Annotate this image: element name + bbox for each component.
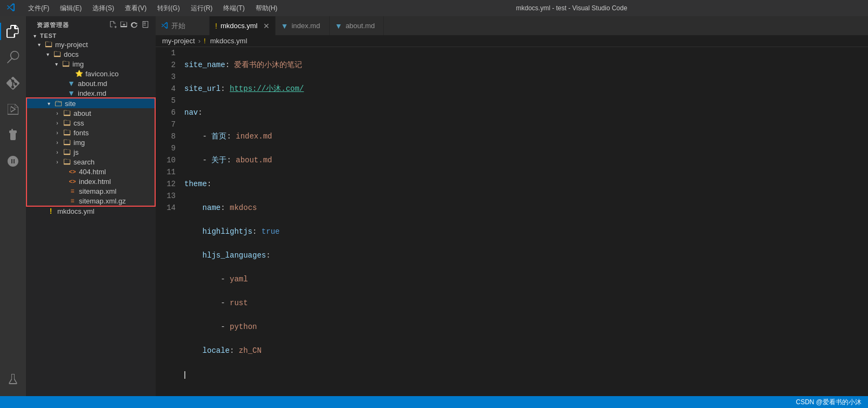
chevron-down-icon: ▾ — [52, 61, 61, 67]
md-icon: ▼ — [67, 79, 76, 88]
folder-label: about — [74, 109, 91, 117]
folder-icon — [63, 109, 71, 117]
vscode-logo-icon — [6, 3, 15, 14]
tab-start[interactable]: 开始 — [156, 16, 210, 35]
folder-icon — [62, 60, 70, 68]
folder-icon — [63, 157, 71, 166]
md-icon: ▼ — [67, 89, 76, 97]
tree-item-about-md[interactable]: ▾ ▼ about.md — [26, 78, 156, 88]
git-activity-icon[interactable] — [0, 70, 26, 96]
chevron-down-icon: ▾ — [35, 42, 43, 48]
tree-item-img[interactable]: ▾ img — [26, 59, 156, 69]
folder-label: docs — [64, 50, 78, 58]
tab-mkdocs[interactable]: ! mkdocs.yml ✕ — [210, 16, 276, 35]
tree-item-img2[interactable]: › img — [27, 137, 155, 147]
menu-edit[interactable]: 编辑(E) — [56, 3, 86, 14]
tab-close-button[interactable]: ✕ — [263, 22, 270, 30]
tree-item-site[interactable]: ▾ site — [27, 98, 155, 108]
tab-about-md[interactable]: ▼ about.md — [330, 16, 384, 35]
tree-item-about[interactable]: › about — [27, 108, 155, 118]
folder-open-icon — [54, 99, 63, 108]
sidebar: 资源管理器 ▾ TEST — [26, 16, 156, 396]
breadcrumb-item-project[interactable]: my-project — [162, 37, 195, 45]
tab-about-md-label: about.md — [345, 22, 375, 30]
md-tab-icon: ▼ — [281, 22, 289, 30]
activity-bar — [0, 16, 26, 396]
file-label: sitemap.xml.gz — [79, 197, 126, 205]
tree-item-js[interactable]: › js — [27, 147, 155, 157]
explorer-activity-icon[interactable] — [0, 18, 26, 44]
breadcrumb-item-file[interactable]: mkdocs.yml — [210, 37, 248, 45]
file-label: favicon.ico — [85, 70, 118, 78]
vscode-tab-icon — [161, 22, 168, 30]
new-folder-icon[interactable] — [120, 21, 128, 30]
chevron-right-icon: › — [53, 159, 62, 165]
tree-item-search[interactable]: › search — [27, 157, 155, 167]
sidebar-content: ▾ TEST ▾ my-project ▾ docs ▾ — [26, 32, 156, 396]
run-activity-icon[interactable] — [0, 96, 26, 122]
new-file-icon[interactable] — [109, 21, 117, 30]
menu-help[interactable]: 帮助(H) — [251, 3, 282, 14]
code-editor[interactable]: site_name: 爱看书的小沐的笔记 site_url: https://小… — [180, 47, 868, 396]
menu-bar: 文件(F) 编辑(E) 选择(S) 查看(V) 转到(G) 运行(R) 终端(T… — [24, 3, 282, 14]
folder-icon — [53, 50, 62, 58]
folder-icon — [63, 148, 71, 156]
tree-item-docs[interactable]: ▾ docs — [26, 49, 156, 59]
sidebar-header: 资源管理器 — [26, 16, 156, 32]
menu-select[interactable]: 选择(S) — [88, 3, 118, 14]
search-activity-icon[interactable] — [0, 44, 26, 70]
tab-bar: 开始 ! mkdocs.yml ✕ ▼ index.md ▼ about.md — [156, 16, 868, 35]
tree-root[interactable]: ▾ TEST — [26, 32, 156, 40]
breadcrumb: my-project › ! mkdocs.yml — [156, 35, 868, 47]
tree-item-fonts[interactable]: › fonts — [27, 128, 155, 137]
file-label: index.md — [78, 89, 106, 97]
editor-content: 1 2 3 4 5 6 7 8 9 10 11 12 13 14 site_na… — [156, 47, 868, 396]
tree-item-mkdocs-yml[interactable]: ▾ ! mkdocs.yml — [26, 206, 156, 216]
file-label: index.html — [79, 177, 111, 186]
tab-index-md[interactable]: ▼ index.md — [276, 16, 330, 35]
sidebar-header-icons — [109, 21, 149, 30]
extensions-activity-icon[interactable] — [0, 122, 26, 148]
remote-activity-icon[interactable] — [0, 148, 26, 174]
xml-icon: ≡ — [68, 187, 77, 195]
tree-item-sitemapxmlgz[interactable]: ▾ ≡ sitemap.xml.gz — [27, 196, 155, 206]
menu-run[interactable]: 运行(R) — [186, 3, 217, 14]
folder-label: my-project — [55, 41, 88, 49]
tab-mkdocs-label: mkdocs.yml — [221, 22, 258, 30]
tab-index-md-label: index.md — [291, 22, 320, 30]
folder-label: fonts — [74, 129, 89, 137]
flask-activity-icon[interactable] — [0, 366, 26, 392]
yml-icon: ! — [46, 207, 55, 215]
html-icon: <> — [68, 167, 77, 176]
menu-file[interactable]: 文件(F) — [24, 3, 54, 14]
tree-item-my-project[interactable]: ▾ my-project — [26, 40, 156, 49]
menu-goto[interactable]: 转到(G) — [153, 3, 184, 14]
tree-item-sitemapxml[interactable]: ▾ ≡ sitemap.xml — [27, 186, 155, 196]
tree-item-index-md[interactable]: ▾ ▼ index.md — [26, 88, 156, 98]
folder-label: site — [65, 100, 76, 108]
folder-label: search — [74, 158, 95, 166]
line-numbers: 1 2 3 4 5 6 7 8 9 10 11 12 13 14 — [156, 47, 180, 396]
chevron-down-icon: ▾ — [30, 33, 39, 39]
tree-item-favicon[interactable]: ▾ ⭐ favicon.ico — [26, 69, 156, 78]
xmlgz-icon: ≡ — [68, 196, 77, 205]
folder-label: img — [72, 60, 84, 68]
tree-item-indexhtml[interactable]: ▾ <> index.html — [27, 176, 155, 186]
folder-icon — [63, 119, 71, 127]
folder-label: img — [74, 139, 85, 147]
html-icon: <> — [68, 177, 77, 186]
chevron-down-icon: ▾ — [44, 101, 53, 107]
folder-icon — [63, 128, 71, 137]
editor-area: 开始 ! mkdocs.yml ✕ ▼ index.md ▼ about.md … — [156, 16, 868, 396]
tree-item-404html[interactable]: ▾ <> 404.html — [27, 167, 155, 176]
site-folder-group: ▾ site › about › — [27, 98, 155, 206]
exclaim-tab-icon: ! — [215, 22, 217, 30]
chevron-right-icon: › — [53, 130, 62, 136]
tree-item-css[interactable]: › css — [27, 118, 155, 128]
collapse-icon[interactable] — [142, 21, 149, 30]
refresh-icon[interactable] — [131, 21, 138, 30]
menu-view[interactable]: 查看(V) — [121, 3, 151, 14]
menu-terminal[interactable]: 终端(T) — [219, 3, 249, 14]
status-bar: CSDN @爱看书的小沐 — [0, 396, 868, 408]
chevron-down-icon: ▾ — [43, 51, 52, 57]
